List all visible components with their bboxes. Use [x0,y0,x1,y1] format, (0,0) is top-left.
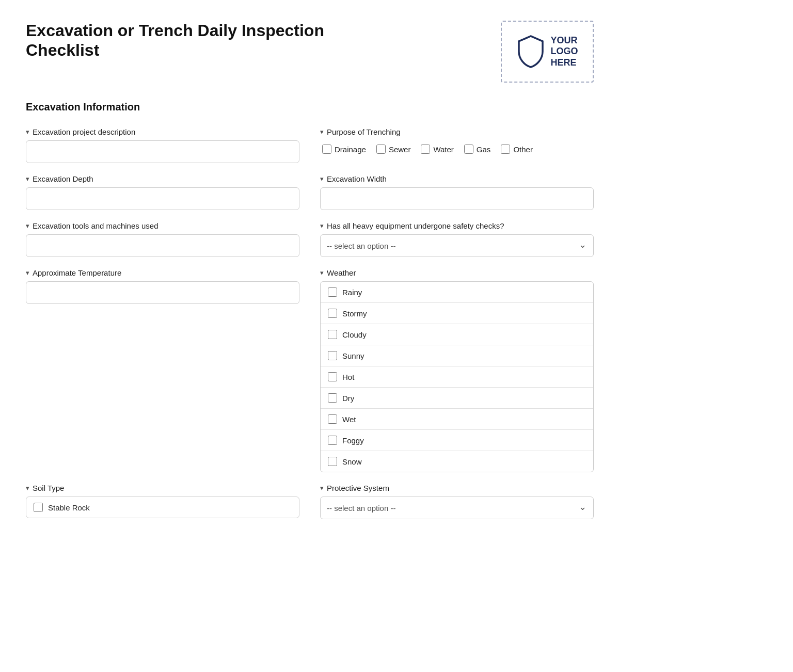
project-description-input[interactable] [26,140,299,163]
excavation-width-label: ▾ Excavation Width [320,174,594,183]
shield-icon [517,35,545,68]
purpose-trenching-group: ▾ Purpose of Trenching Drainage Sewer Wa… [320,127,594,163]
checkbox-sewer[interactable]: Sewer [376,145,411,154]
project-description-group: ▾ Excavation project description [26,127,299,163]
weather-foggy[interactable]: Foggy [321,430,593,451]
tools-machines-input[interactable] [26,234,299,257]
protective-system-label: ▾ Protective System [320,484,594,492]
weather-foggy-input[interactable] [328,436,337,445]
purpose-checkboxes: Drainage Sewer Water Gas Other [320,140,594,158]
page-title: Excavation or Trench Daily Inspection Ch… [26,21,336,60]
project-description-label: ▾ Excavation project description [26,127,299,136]
checkbox-drainage-input[interactable] [322,145,331,154]
chevron-icon-7: ▾ [26,269,29,277]
chevron-icon: ▾ [26,128,29,136]
chevron-icon-5: ▾ [26,222,29,230]
weather-hot-input[interactable] [328,372,337,381]
weather-dry[interactable]: Dry [321,388,593,409]
weather-stormy-input[interactable] [328,309,337,318]
excavation-depth-input[interactable] [26,187,299,210]
weather-sunny[interactable]: Sunny [321,345,593,366]
checkbox-drainage[interactable]: Drainage [322,145,366,154]
safety-checks-label: ▾ Has all heavy equipment undergone safe… [320,221,594,230]
weather-stormy[interactable]: Stormy [321,303,593,324]
temperature-label: ▾ Approximate Temperature [26,268,299,277]
weather-cloudy[interactable]: Cloudy [321,324,593,345]
logo-text: YOURLOGOHERE [551,35,578,69]
chevron-icon-2: ▾ [320,128,324,136]
soil-type-group: ▾ Soil Type Stable Rock [26,484,299,519]
chevron-icon-9: ▾ [26,484,29,492]
checkbox-water[interactable]: Water [421,145,453,154]
tools-machines-label: ▾ Excavation tools and machines used [26,221,299,230]
soil-stable-rock[interactable]: Stable Rock [26,497,299,518]
excavation-width-input[interactable] [320,187,594,210]
checkbox-water-input[interactable] [421,145,430,154]
chevron-icon-3: ▾ [26,175,29,183]
page-header: Excavation or Trench Daily Inspection Ch… [26,21,594,83]
weather-label: ▾ Weather [320,268,594,277]
soil-stable-rock-input[interactable] [34,503,43,512]
weather-rainy[interactable]: Rainy [321,282,593,303]
soil-type-label: ▾ Soil Type [26,484,299,492]
checkbox-gas[interactable]: Gas [464,145,491,154]
excavation-width-group: ▾ Excavation Width [320,174,594,210]
section-title: Excavation Information [26,101,594,115]
form-grid: ▾ Excavation project description ▾ Purpo… [26,127,594,531]
protective-system-select[interactable]: -- select an option -- Sloping Shoring T… [320,497,594,519]
weather-checkboxes: Rainy Stormy Cloudy Sunny Hot Dry [320,281,594,472]
weather-cloudy-input[interactable] [328,330,337,339]
weather-wet[interactable]: Wet [321,409,593,430]
weather-group: ▾ Weather Rainy Stormy Cloudy Sunny [320,268,594,472]
chevron-icon-10: ▾ [320,484,324,492]
chevron-icon-8: ▾ [320,269,324,277]
weather-sunny-input[interactable] [328,351,337,360]
checkbox-other[interactable]: Other [501,145,533,154]
temperature-group: ▾ Approximate Temperature [26,268,299,472]
protective-system-group: ▾ Protective System -- select an option … [320,484,594,519]
weather-wet-input[interactable] [328,414,337,424]
chevron-icon-4: ▾ [320,175,324,183]
weather-snow[interactable]: Snow [321,451,593,472]
chevron-icon-6: ▾ [320,222,324,230]
safety-checks-select-wrapper: -- select an option -- Yes No [320,234,594,257]
checkbox-sewer-input[interactable] [376,145,386,154]
weather-snow-input[interactable] [328,457,337,466]
temperature-input[interactable] [26,281,299,304]
weather-rainy-input[interactable] [328,287,337,297]
excavation-depth-group: ▾ Excavation Depth [26,174,299,210]
checkbox-other-input[interactable] [501,145,510,154]
checkbox-gas-input[interactable] [464,145,473,154]
safety-checks-select[interactable]: -- select an option -- Yes No [320,234,594,257]
weather-dry-input[interactable] [328,393,337,403]
safety-checks-group: ▾ Has all heavy equipment undergone safe… [320,221,594,257]
weather-hot[interactable]: Hot [321,366,593,388]
protective-system-select-wrapper: -- select an option -- Sloping Shoring T… [320,497,594,519]
purpose-trenching-label: ▾ Purpose of Trenching [320,127,594,136]
tools-machines-group: ▾ Excavation tools and machines used [26,221,299,257]
logo-placeholder: YOURLOGOHERE [501,21,594,83]
excavation-depth-label: ▾ Excavation Depth [26,174,299,183]
